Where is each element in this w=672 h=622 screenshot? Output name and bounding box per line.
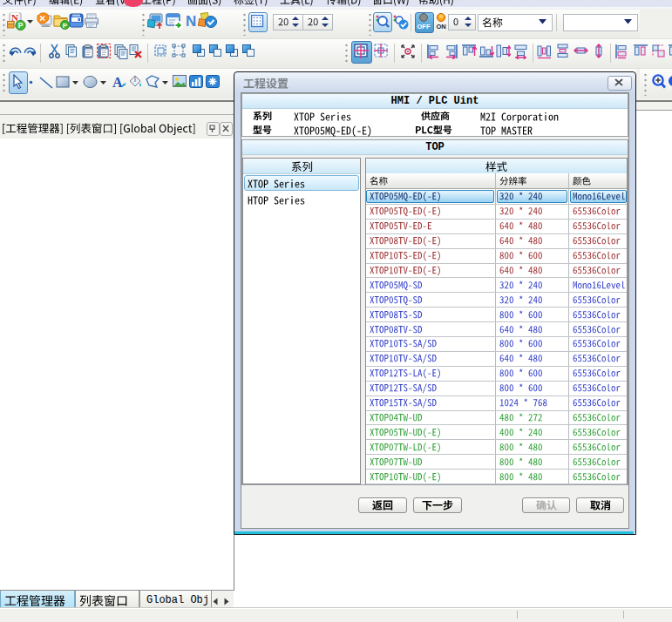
svg-text:A: A bbox=[112, 75, 123, 90]
svg-text:P: P bbox=[18, 21, 24, 30]
svg-text:N: N bbox=[186, 13, 196, 30]
svg-text:OFF: OFF bbox=[417, 23, 431, 30]
svg-text:ON: ON bbox=[436, 23, 445, 30]
svg-text:P: P bbox=[63, 22, 68, 30]
